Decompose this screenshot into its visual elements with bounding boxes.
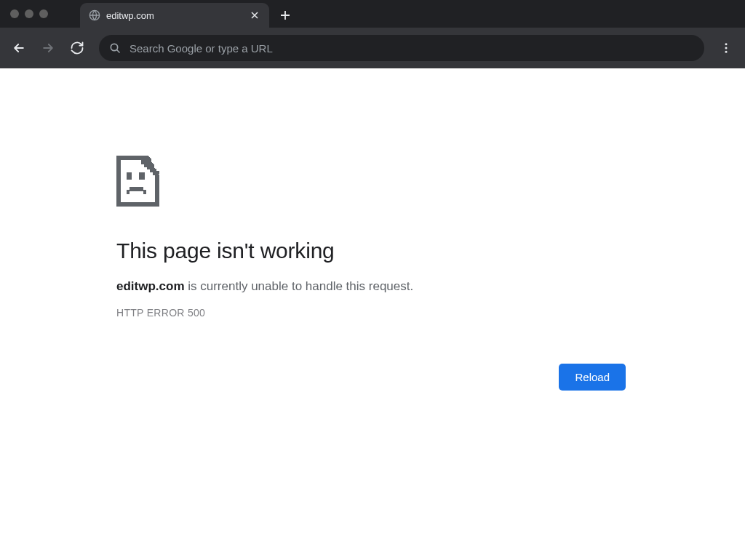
window-maximize-dot[interactable]	[39, 9, 48, 18]
toolbar	[0, 28, 745, 68]
reload-button[interactable]	[64, 35, 90, 61]
globe-icon	[89, 9, 100, 21]
address-bar[interactable]	[99, 35, 704, 61]
svg-rect-9	[156, 171, 159, 174]
svg-rect-10	[127, 172, 132, 180]
svg-rect-8	[154, 169, 157, 172]
tab-strip: editwp.com	[80, 0, 295, 28]
error-code: HTTP ERROR 500	[116, 307, 626, 319]
svg-rect-5	[146, 160, 148, 163]
forward-button[interactable]	[35, 35, 61, 61]
svg-rect-14	[143, 190, 146, 194]
error-title: This page isn't working	[116, 239, 626, 263]
back-button[interactable]	[6, 35, 32, 61]
page-content: This page isn't working editwp.com is cu…	[0, 68, 745, 560]
svg-point-2	[725, 43, 728, 45]
svg-rect-6	[148, 163, 151, 166]
url-input[interactable]	[130, 42, 694, 55]
error-host: editwp.com	[116, 279, 185, 293]
window-controls	[0, 0, 58, 28]
reload-row: Reload	[116, 364, 626, 391]
error-message-rest: is currently unable to handle this reque…	[185, 279, 414, 293]
svg-rect-13	[130, 187, 143, 191]
browser-tab[interactable]: editwp.com	[80, 3, 269, 28]
svg-point-4	[725, 51, 728, 53]
sad-file-icon	[116, 156, 626, 209]
tab-title: editwp.com	[106, 10, 243, 21]
new-tab-button[interactable]	[275, 5, 295, 25]
window-close-dot[interactable]	[10, 9, 19, 18]
search-icon	[109, 42, 121, 54]
svg-point-3	[725, 47, 728, 49]
svg-rect-11	[139, 172, 145, 180]
window-minimize-dot[interactable]	[25, 9, 33, 18]
reload-page-button[interactable]: Reload	[559, 364, 626, 391]
close-icon[interactable]	[249, 9, 260, 21]
svg-rect-12	[127, 190, 130, 194]
svg-rect-7	[151, 166, 154, 169]
browser-menu-button[interactable]	[713, 35, 739, 61]
error-container: This page isn't working editwp.com is cu…	[116, 156, 626, 391]
titlebar: editwp.com	[0, 0, 745, 28]
error-message: editwp.com is currently unable to handle…	[116, 279, 626, 294]
